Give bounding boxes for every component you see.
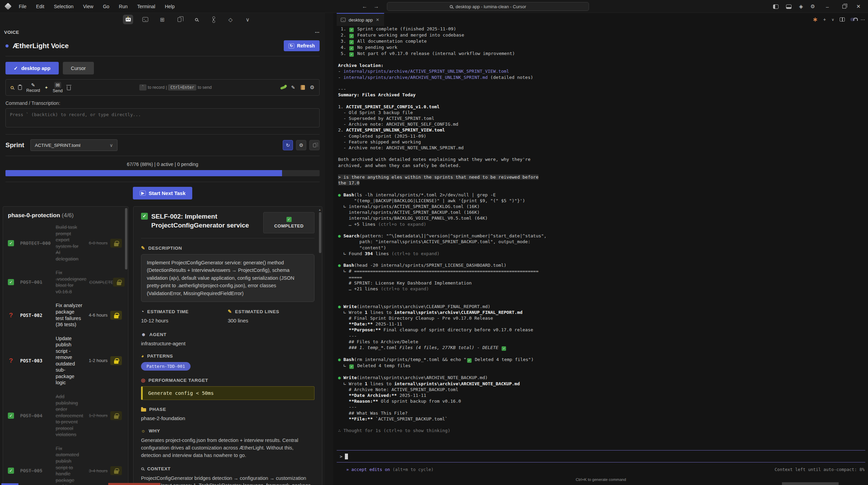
send-button[interactable]: ✉ Send: [53, 82, 62, 93]
terminal-line: ∟ Found 394 lines (ctrl+o to expand): [338, 251, 867, 257]
edit-pen-icon[interactable]: ✎: [291, 85, 295, 90]
trash-icon[interactable]: [67, 86, 71, 90]
terminal-line: **Date:** 2025-11-11: [338, 321, 867, 327]
gear-icon[interactable]: ⚙: [310, 84, 314, 91]
terminal-line: archived, and when they can safely be de…: [338, 163, 867, 168]
task-title: Build task prompt export system for AI d…: [56, 224, 84, 262]
magnifier-icon[interactable]: [11, 86, 14, 89]
toggle-sidebar-icon[interactable]: [773, 4, 779, 9]
command-input[interactable]: [5, 108, 320, 127]
close-button[interactable]: ✕: [854, 3, 863, 10]
lock-icon: [113, 278, 125, 287]
toggle-panel-icon[interactable]: [786, 4, 792, 9]
nav-forward-icon[interactable]: →: [374, 3, 379, 10]
window-search-bar[interactable]: desktop app - lumina-clean - Cursor: [387, 2, 589, 11]
terminal-icon[interactable]: ›_: [140, 15, 150, 24]
menu-selection[interactable]: Selection: [51, 2, 77, 11]
sprint-refresh-button[interactable]: ↻: [283, 140, 293, 150]
detail-scroll-up-icon[interactable]: ▲: [318, 208, 321, 211]
panel-toolbar: ›_ ⊞ ◇ ∨: [0, 13, 325, 26]
accept-edits-toggle[interactable]: » accept edits on (alt+m to cycle): [337, 467, 434, 472]
task-row-PROTECT-000[interactable]: ✓PROTECT-000Build task prompt export sys…: [8, 220, 123, 266]
terminal-line: **Date Archived:** 2025-11-11: [338, 392, 867, 398]
settings-gear-icon[interactable]: ⚙: [811, 3, 815, 10]
git-branch-icon[interactable]: [208, 15, 219, 24]
menu-run[interactable]: Run: [115, 2, 131, 11]
detail-scrollbar[interactable]: [319, 212, 321, 253]
cursor-cube-icon[interactable]: ◈: [799, 3, 803, 10]
view-more-icon[interactable]: ⋯: [315, 29, 320, 35]
description-text: Implement ProjectConfigGenerator service…: [141, 254, 314, 302]
menu-edit[interactable]: Edit: [33, 2, 48, 11]
refresh-button[interactable]: ↻ Refresh: [284, 40, 320, 51]
claude-star-icon[interactable]: ∗: [813, 16, 818, 23]
menu-terminal[interactable]: Terminal: [134, 2, 159, 11]
patterns-icon: ◕: [141, 353, 144, 359]
record-hint: ` to record | Ctrl+Enter to send: [75, 85, 275, 90]
task-row-POST-002[interactable]: ?POST-002Fix analyzer package test failu…: [8, 299, 123, 331]
terminal-line: [338, 422, 867, 428]
tab-Cursor[interactable]: Cursor: [63, 62, 94, 74]
pattern-pill[interactable]: Pattern-TDD-001: [141, 362, 191, 371]
terminal-line: - internal/sprints/archive/ARCHIVE_NOTE_…: [338, 74, 867, 80]
menu-go[interactable]: Go: [99, 2, 113, 11]
task-row-POST-001[interactable]: ✓POST-001Fix .vscodeignore bloat for v0.…: [8, 266, 123, 299]
new-terminal-icon[interactable]: +: [823, 17, 826, 22]
task-row-POST-004[interactable]: ✓POST-004Add publishing order enforcemen…: [8, 390, 123, 442]
sprint-split-button[interactable]: [309, 140, 320, 150]
clipboard-icon[interactable]: [18, 85, 22, 90]
page-title: ÆtherLight Voice: [13, 42, 69, 50]
nav-back-icon[interactable]: ←: [362, 3, 367, 10]
extensions-icon[interactable]: ⊞: [157, 15, 167, 24]
menu-file[interactable]: File: [15, 2, 30, 11]
terminal-tab-close-icon[interactable]: ✕: [376, 17, 379, 22]
task-row-POST-005[interactable]: ✓POST-005Fix automated publish script to…: [8, 442, 123, 485]
bug-icon[interactable]: [280, 85, 286, 89]
menu-help[interactable]: Help: [162, 2, 178, 11]
terminal-line: … +5 lines (ctrl+o to expand): [338, 221, 867, 227]
status-dot: [5, 44, 9, 47]
minimize-button[interactable]: –: [823, 4, 832, 10]
performance-target: Generate config < 50ms: [141, 386, 314, 400]
task-row-POST-003[interactable]: ?POST-003Update publish script - remove …: [8, 332, 123, 390]
terminal-scrollbar[interactable]: [782, 482, 839, 485]
performance-icon: ◎: [141, 377, 145, 383]
voice-extension-icon[interactable]: [123, 15, 133, 24]
restore-button[interactable]: [842, 5, 846, 9]
claude-prompt-input[interactable]: >: [337, 450, 865, 462]
terminal-line: ---: [338, 333, 867, 339]
search-icon[interactable]: [191, 15, 201, 24]
description-label: DESCRIPTION: [148, 246, 182, 251]
task-title: Fix .vscodeignore bloat for v0.16.8: [56, 269, 86, 295]
description-icon: ✎: [141, 245, 145, 251]
terminal-tab[interactable]: ›_ desktop app ✕: [337, 13, 384, 26]
window-search-text: desktop app - lumina-clean - Cursor: [456, 4, 526, 9]
terminal-line: ∟ internal/sprints/ACTIVE_SPRINT_BACKLOG…: [338, 204, 867, 209]
terminal-line: ● Write(internal\sprints\archive\ARCHIVE…: [338, 375, 867, 380]
terminal-line: [338, 351, 867, 357]
terminal-line: [338, 151, 867, 156]
menu-view[interactable]: View: [80, 2, 97, 11]
sparkle-icon: ✦: [44, 85, 48, 90]
lock-terminal-button[interactable]: [850, 18, 855, 21]
tab-desktop-app[interactable]: ✓desktop app: [5, 62, 59, 74]
terminal-line: [338, 227, 867, 233]
terminal-line: [338, 80, 867, 86]
package-icon[interactable]: ◇: [225, 15, 236, 24]
chevron-down-icon[interactable]: ∨: [242, 15, 253, 24]
split-terminal-icon[interactable]: [840, 17, 845, 22]
start-next-task-button[interactable]: ▶ Start Next Task: [133, 187, 193, 199]
context-left-status: Context left until auto-compact: 8%: [775, 467, 865, 472]
copy-files-icon[interactable]: [174, 15, 184, 24]
sprint-select[interactable]: ACTIVE_SPRINT.toml ∨: [30, 139, 117, 151]
sprint-settings-button[interactable]: ⚙: [296, 140, 306, 150]
notebook-icon[interactable]: [300, 85, 305, 90]
task-estimate: 6-8 hours: [86, 240, 108, 246]
terminal-dropdown-icon[interactable]: ∨: [831, 17, 834, 22]
record-button[interactable]: ✎ Record: [26, 82, 40, 93]
terminal-more-icon[interactable]: ⋯: [860, 17, 865, 22]
terminal-line: - Old Sprint 3 backup file: [338, 110, 867, 115]
badge-check-icon: ✓: [286, 217, 292, 222]
task-list-scrollbar[interactable]: [125, 208, 127, 269]
task-id: POST-004: [20, 413, 53, 418]
